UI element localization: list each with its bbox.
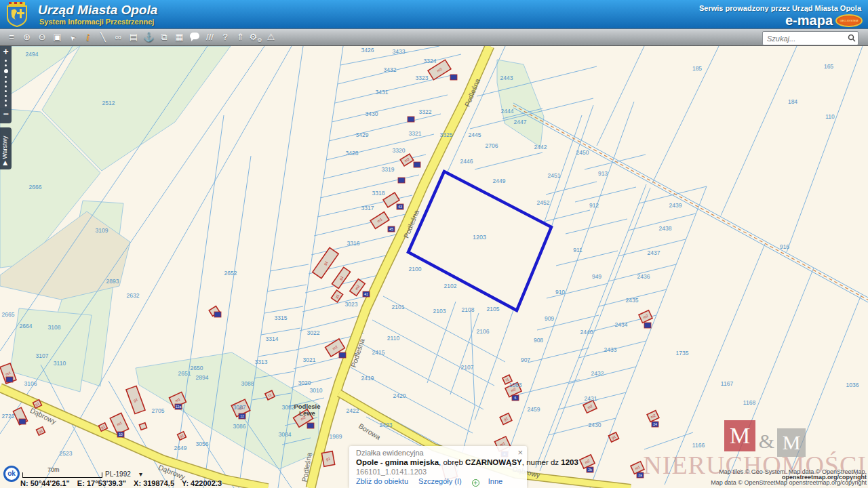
layers-tool-button[interactable]: ≡ <box>4 29 19 45</box>
search-input[interactable] <box>766 33 846 44</box>
panels-tool-button[interactable]: ▦ <box>172 29 187 45</box>
map-canvas[interactable]: m2m2m1g1g1m2g1m2m2g1m1g1g1g1m1g1m1g1m2t1… <box>0 46 868 488</box>
zoom-level-dot[interactable] <box>5 90 7 92</box>
info-tool-button[interactable]: i <box>81 29 96 45</box>
parcel-number-label: 1166 <box>692 442 705 449</box>
address-plate: 43 <box>397 204 403 209</box>
details-link[interactable]: Szczegóły (I) <box>418 477 462 485</box>
warning-tool-button[interactable]: ⚠ <box>264 29 279 45</box>
crs-label: PL-1992 <box>105 470 131 478</box>
panels-icon: ▦ <box>175 32 183 42</box>
parcel-number-label: 2649 <box>174 445 187 451</box>
opole-crest-icon <box>5 2 28 27</box>
parcel-number-label: 908 <box>534 337 543 344</box>
other-link[interactable]: Inne <box>488 477 502 485</box>
parcel-number-label: 2705 <box>152 407 165 414</box>
crs-dropdown-icon[interactable]: ▾ <box>139 470 142 478</box>
parcel-number-label: 2423 <box>380 422 393 428</box>
close-icon[interactable]: × <box>517 447 523 458</box>
zoom-level-dot[interactable] <box>5 81 7 83</box>
zoom-to-object-link[interactable]: Zbliż do obiektu <box>356 477 408 485</box>
anchor-icon: ⚓ <box>143 32 154 42</box>
selected-parcel-number: 1203 <box>473 234 486 241</box>
address-plate <box>398 178 405 183</box>
zoom-level-dot[interactable] <box>4 69 8 73</box>
zoom-level-dot[interactable] <box>5 95 7 97</box>
toolbar: ≡⊕⊖▣➤i╲∞▤⚓⧉▦///?⇑⚙⚙⚠ <box>0 28 868 46</box>
app-subtitle: System Informacji Przestrzennej <box>39 18 154 26</box>
upload-tool-button[interactable]: ⇑ <box>233 29 248 45</box>
parcel-number-label: 3022 <box>307 329 320 336</box>
parcel-number-label: 2103 <box>433 308 446 314</box>
measure-tool-button[interactable]: ╲ <box>96 29 111 45</box>
parcel-number-label: 3321 <box>409 130 422 137</box>
warning-icon: ⚠ <box>267 32 275 42</box>
parcel-number-label: 3087 <box>233 404 246 411</box>
parcel-number-label: 1167 <box>721 380 734 387</box>
upload-icon: ⇑ <box>237 32 244 42</box>
zoom-level-dot[interactable] <box>5 60 7 62</box>
parcel-number-label: 912 <box>589 202 599 209</box>
info-kind: Działka ewidencyjna <box>356 449 424 457</box>
search-icon[interactable] <box>848 34 856 42</box>
address-plate: 10 <box>117 432 124 437</box>
zoom-level-dot[interactable] <box>5 64 7 66</box>
zoom-level-dot[interactable] <box>5 104 7 106</box>
parcel-number-label: 1036 <box>846 382 859 388</box>
address-number-label: 12 <box>240 414 244 418</box>
parcel-number-label: 2442 <box>534 144 547 150</box>
parcel-number-label: 2722 <box>2 413 15 420</box>
parcel-number-label: 2420 <box>393 392 406 399</box>
zoom-level-dot[interactable] <box>5 85 7 87</box>
parcel-number-label: 3318 <box>372 190 385 197</box>
zoom-out-button[interactable]: − <box>0 109 12 119</box>
address-number-label: 41 <box>364 292 368 296</box>
print-icon: ▤ <box>130 32 138 42</box>
print-tool-button[interactable]: ▤ <box>126 29 141 45</box>
address-number-label: 10 <box>119 432 123 436</box>
parcel-number-label: 907 <box>521 357 530 363</box>
parcel-number-label: 2494 <box>26 51 39 58</box>
zoom-level-dot[interactable] <box>5 76 7 78</box>
parcel-number-label: 2101 <box>392 304 405 310</box>
anchor-tool-button[interactable]: ⚓ <box>142 29 157 45</box>
address-number-label: 24 <box>653 422 657 426</box>
layers-panel-tab[interactable]: ▶ Warstwy <box>0 127 12 169</box>
windows-tool-button[interactable]: ⧉ <box>157 29 172 45</box>
address-number-label: 6 <box>515 396 517 400</box>
emapa-logo-text: e-mapa <box>785 13 833 28</box>
zoom-level-dot[interactable] <box>5 100 7 102</box>
parcel-number-label: 2419 <box>361 375 374 382</box>
link-icon: ∞ <box>115 32 121 42</box>
scale-bar <box>22 472 102 478</box>
coord-x: X: 319874.5 <box>134 479 174 487</box>
feedback-tool-button[interactable] <box>187 29 202 45</box>
address-plate <box>450 75 457 80</box>
address-plate <box>6 377 13 382</box>
parcel-number-label: 3324 <box>424 58 437 64</box>
parcel-number-label: 3086 <box>233 423 246 430</box>
zoom-in-tool-button[interactable]: ⊕ <box>20 29 35 45</box>
select-area-tool-button[interactable]: ▣ <box>50 29 65 45</box>
add-icon[interactable]: + <box>472 479 479 487</box>
zoom-slider: + − <box>0 46 12 123</box>
hatch-tool-button[interactable]: /// <box>203 29 218 45</box>
coordinates-readout: N: 50°44'26.1" E: 17°53'39.3" X: 319874.… <box>20 479 227 487</box>
parcel-number-label: 2422 <box>347 407 359 414</box>
settings-tool-button[interactable]: ⚙⚙ <box>248 29 263 45</box>
cursor-tool-button[interactable]: ➤ <box>65 29 80 45</box>
parcel-number-label: 3322 <box>419 108 432 115</box>
zoom-in-button[interactable]: + <box>0 46 12 57</box>
parcel-number-label: 2445 <box>469 131 481 138</box>
address-plate <box>339 352 346 358</box>
help-tool-button[interactable]: ? <box>218 29 233 45</box>
address-plate <box>414 162 420 167</box>
zoom-out-tool-button[interactable]: ⊖ <box>35 29 50 45</box>
parcel-number-label: 1168 <box>743 399 756 406</box>
address-plate: 2b <box>587 467 593 472</box>
parcel-number-label: 3323 <box>416 75 429 81</box>
parcel-number-label: 2443 <box>500 75 513 81</box>
link-tool-button[interactable]: ∞ <box>111 29 126 45</box>
ok-button[interactable]: ok <box>3 466 20 482</box>
parcel-number-label: 2512 <box>102 100 115 106</box>
